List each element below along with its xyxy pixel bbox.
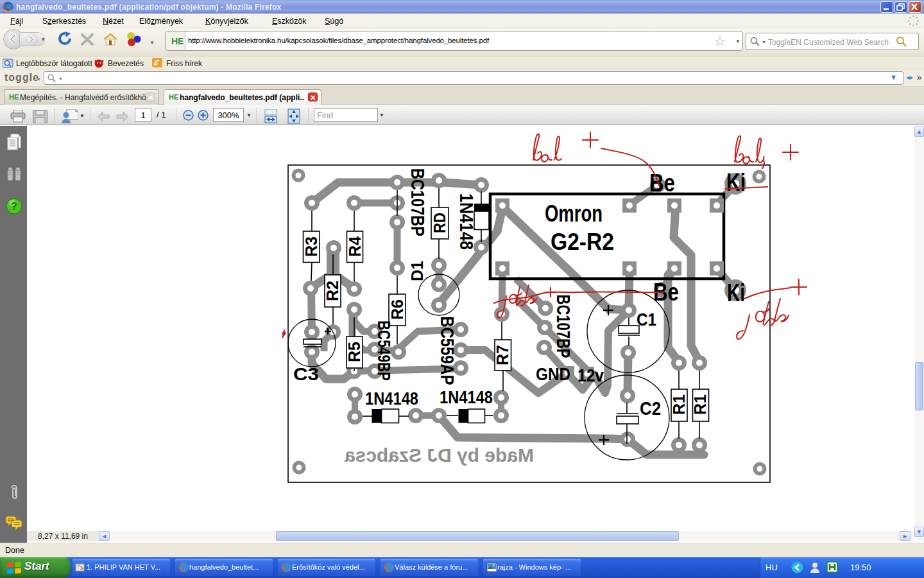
svg-text:BC549BP: BC549BP <box>374 320 393 381</box>
svg-text:Ki: Ki <box>727 279 745 306</box>
svg-text:R7: R7 <box>493 345 512 365</box>
svg-text:R3: R3 <box>302 236 321 257</box>
svg-text:BC107BP: BC107BP <box>407 168 429 236</box>
svg-text:R6: R6 <box>388 299 407 320</box>
svg-text:Made by DJ Szabcsa: Made by DJ Szabcsa <box>345 444 534 466</box>
svg-text:Omron: Omron <box>545 200 603 227</box>
svg-text:1N4148: 1N4148 <box>365 389 418 408</box>
svg-text:R5: R5 <box>345 342 364 362</box>
svg-text:GND: GND <box>536 364 570 384</box>
svg-text:R4: R4 <box>345 236 364 257</box>
svg-text:BC559AP: BC559AP <box>437 317 458 385</box>
svg-text:1N4148: 1N4148 <box>456 193 477 250</box>
svg-text:D1: D1 <box>407 261 427 281</box>
svg-text:Be: Be <box>649 170 675 197</box>
svg-text:C2: C2 <box>640 398 661 419</box>
svg-text:BC107BP: BC107BP <box>553 295 574 358</box>
svg-text:R1: R1 <box>690 394 710 415</box>
svg-text:12v: 12v <box>578 365 604 385</box>
svg-text:C1: C1 <box>637 310 656 329</box>
svg-text:R1: R1 <box>669 394 689 415</box>
svg-text:Ki: Ki <box>726 169 746 196</box>
svg-text:RD: RD <box>430 213 449 233</box>
svg-text:G2-R2: G2-R2 <box>551 229 614 255</box>
svg-text:C3: C3 <box>293 364 319 384</box>
svg-text:R2: R2 <box>323 281 342 301</box>
svg-text:1N4148: 1N4148 <box>440 387 493 407</box>
